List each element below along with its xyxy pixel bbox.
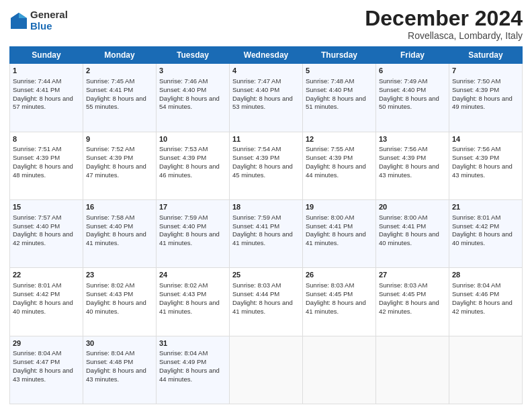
day-number: 10 (159, 134, 226, 144)
calendar-cell: 31Sunrise: 8:04 AMSunset: 4:49 PMDayligh… (157, 336, 230, 404)
day-number: 21 (452, 202, 519, 212)
calendar-cell: 18Sunrise: 7:59 AMSunset: 4:41 PMDayligh… (230, 199, 303, 267)
day-number: 15 (13, 202, 80, 212)
day-number: 26 (306, 270, 373, 280)
day-number: 3 (159, 66, 226, 76)
svg-marker-1 (19, 13, 27, 18)
calendar-header-row: SundayMondayTuesdayWednesdayThursdayFrid… (10, 47, 523, 64)
calendar-cell: 26Sunrise: 8:03 AMSunset: 4:45 PMDayligh… (303, 268, 376, 336)
calendar-cell: 3Sunrise: 7:46 AMSunset: 4:40 PMDaylight… (157, 64, 230, 132)
day-number: 24 (159, 270, 226, 280)
calendar-cell: 4Sunrise: 7:47 AMSunset: 4:40 PMDaylight… (230, 64, 303, 132)
day-number: 20 (379, 202, 446, 212)
calendar-cell: 23Sunrise: 8:02 AMSunset: 4:43 PMDayligh… (83, 268, 157, 336)
header-tuesday: Tuesday (157, 47, 230, 64)
logo-general-text: General (30, 9, 68, 21)
calendar-cell: 22Sunrise: 8:01 AMSunset: 4:42 PMDayligh… (10, 268, 83, 336)
day-number: 31 (159, 338, 226, 349)
calendar-cell: 15Sunrise: 7:57 AMSunset: 4:40 PMDayligh… (10, 199, 83, 267)
day-number: 4 (232, 66, 300, 76)
day-number: 9 (86, 134, 153, 144)
page: General Blue December 2024 Rovellasca, L… (0, 0, 532, 411)
svg-marker-2 (11, 13, 19, 18)
calendar-cell: 2Sunrise: 7:45 AMSunset: 4:41 PMDaylight… (83, 64, 157, 132)
day-number: 1 (13, 66, 80, 76)
calendar-cell: 25Sunrise: 8:03 AMSunset: 4:44 PMDayligh… (230, 268, 303, 336)
calendar-cell: 24Sunrise: 8:02 AMSunset: 4:43 PMDayligh… (157, 268, 230, 336)
logo-icon (9, 11, 28, 30)
calendar-cell: 11Sunrise: 7:54 AMSunset: 4:39 PMDayligh… (230, 132, 303, 199)
day-number: 7 (452, 66, 519, 76)
day-number: 28 (452, 270, 519, 280)
location: Rovellasca, Lombardy, Italy (365, 30, 523, 41)
calendar-cell: 10Sunrise: 7:53 AMSunset: 4:39 PMDayligh… (157, 132, 230, 199)
logo-text: General Blue (30, 9, 68, 32)
day-number: 2 (86, 66, 153, 76)
calendar-cell: 7Sunrise: 7:50 AMSunset: 4:39 PMDaylight… (449, 64, 523, 132)
calendar-table: SundayMondayTuesdayWednesdayThursdayFrid… (9, 46, 523, 404)
title-block: December 2024 Rovellasca, Lombardy, Ital… (365, 7, 523, 41)
logo-blue-text: Blue (30, 21, 68, 32)
day-number: 14 (452, 134, 519, 144)
calendar-cell: 27Sunrise: 8:03 AMSunset: 4:45 PMDayligh… (376, 268, 449, 336)
day-number: 23 (86, 270, 153, 280)
calendar-cell (449, 336, 523, 404)
day-number: 29 (13, 338, 80, 349)
calendar-cell (303, 336, 376, 404)
calendar-cell: 17Sunrise: 7:59 AMSunset: 4:40 PMDayligh… (157, 199, 230, 267)
day-number: 8 (13, 134, 80, 144)
calendar-cell: 12Sunrise: 7:55 AMSunset: 4:39 PMDayligh… (303, 132, 376, 199)
calendar-cell: 13Sunrise: 7:56 AMSunset: 4:39 PMDayligh… (376, 132, 449, 199)
calendar-cell (230, 336, 303, 404)
day-number: 30 (86, 338, 153, 349)
day-number: 19 (306, 202, 373, 212)
calendar-cell: 14Sunrise: 7:56 AMSunset: 4:39 PMDayligh… (449, 132, 523, 199)
header-thursday: Thursday (303, 47, 376, 64)
calendar-cell: 9Sunrise: 7:52 AMSunset: 4:39 PMDaylight… (83, 132, 157, 199)
day-number: 25 (232, 270, 300, 280)
header-saturday: Saturday (449, 47, 523, 64)
calendar-cell: 16Sunrise: 7:58 AMSunset: 4:40 PMDayligh… (83, 199, 157, 267)
day-number: 16 (86, 202, 153, 212)
calendar-cell: 1Sunrise: 7:44 AMSunset: 4:41 PMDaylight… (10, 64, 83, 132)
calendar-cell: 28Sunrise: 8:04 AMSunset: 4:46 PMDayligh… (449, 268, 523, 336)
calendar-week-row: 1Sunrise: 7:44 AMSunset: 4:41 PMDaylight… (10, 64, 523, 132)
calendar-week-row: 8Sunrise: 7:51 AMSunset: 4:39 PMDaylight… (10, 132, 523, 199)
calendar-cell: 5Sunrise: 7:48 AMSunset: 4:40 PMDaylight… (303, 64, 376, 132)
calendar-cell: 20Sunrise: 8:00 AMSunset: 4:41 PMDayligh… (376, 199, 449, 267)
calendar-week-row: 29Sunrise: 8:04 AMSunset: 4:47 PMDayligh… (10, 336, 523, 404)
day-number: 27 (379, 270, 446, 280)
calendar-cell: 6Sunrise: 7:49 AMSunset: 4:40 PMDaylight… (376, 64, 449, 132)
calendar-cell: 19Sunrise: 8:00 AMSunset: 4:41 PMDayligh… (303, 199, 376, 267)
day-number: 6 (379, 66, 446, 76)
header-sunday: Sunday (10, 47, 83, 64)
calendar-week-row: 22Sunrise: 8:01 AMSunset: 4:42 PMDayligh… (10, 268, 523, 336)
day-number: 22 (13, 270, 80, 280)
day-number: 12 (306, 134, 373, 144)
day-number: 5 (306, 66, 373, 76)
day-number: 11 (232, 134, 300, 144)
header-monday: Monday (83, 47, 157, 64)
logo: General Blue (9, 9, 68, 32)
month-title: December 2024 (365, 7, 523, 30)
header-wednesday: Wednesday (230, 47, 303, 64)
calendar-week-row: 15Sunrise: 7:57 AMSunset: 4:40 PMDayligh… (10, 199, 523, 267)
calendar-cell: 8Sunrise: 7:51 AMSunset: 4:39 PMDaylight… (10, 132, 83, 199)
header: General Blue December 2024 Rovellasca, L… (9, 7, 523, 41)
calendar-cell: 21Sunrise: 8:01 AMSunset: 4:42 PMDayligh… (449, 199, 523, 267)
day-number: 18 (232, 202, 300, 212)
header-friday: Friday (376, 47, 449, 64)
day-number: 17 (159, 202, 226, 212)
calendar-cell (376, 336, 449, 404)
calendar-cell: 29Sunrise: 8:04 AMSunset: 4:47 PMDayligh… (10, 336, 83, 404)
calendar-cell: 30Sunrise: 8:04 AMSunset: 4:48 PMDayligh… (83, 336, 157, 404)
day-number: 13 (379, 134, 446, 144)
